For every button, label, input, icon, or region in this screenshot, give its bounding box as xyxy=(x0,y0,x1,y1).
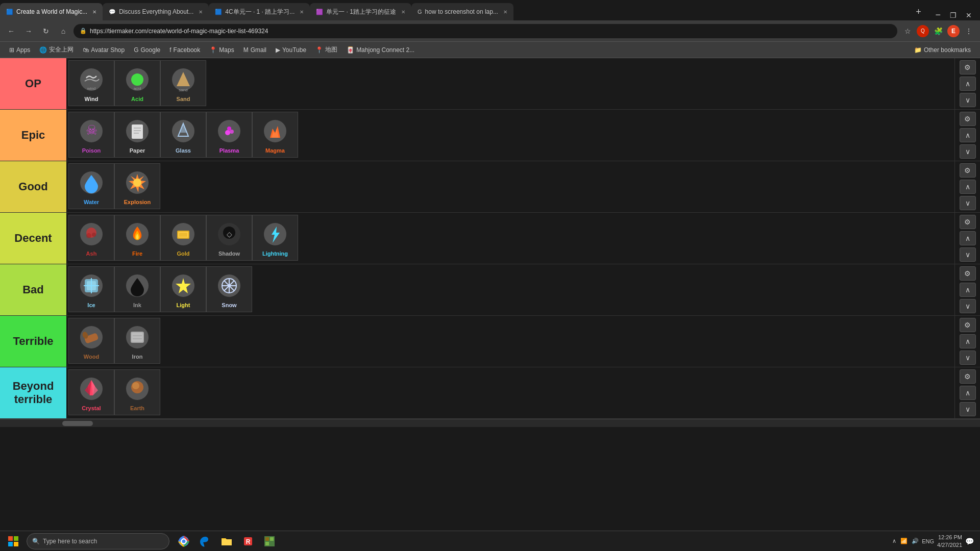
item-light[interactable]: Light xyxy=(160,266,206,312)
bookmark-4[interactable]: fFacebook xyxy=(165,45,204,55)
item-ash[interactable]: Ash xyxy=(68,215,114,261)
item-fire[interactable]: Fire xyxy=(114,215,160,261)
horizontal-scrollbar[interactable] xyxy=(0,419,980,427)
home-button[interactable]: ⌂ xyxy=(56,24,70,38)
item-glass[interactable]: Glass xyxy=(160,112,206,158)
tier-label-op: OP xyxy=(0,58,66,109)
lightning-label: Lightning xyxy=(262,251,288,257)
ink-label: Ink xyxy=(133,302,141,308)
other-bookmarks[interactable]: 📁 Other bookmarks xyxy=(910,45,975,55)
down-button-good[interactable]: ∨ xyxy=(960,196,976,210)
tab-t4[interactable]: 🟪单元一 · 1踏上学习的征途✕ xyxy=(310,3,411,20)
up-button-epic[interactable]: ∧ xyxy=(960,128,976,142)
ash-icon xyxy=(76,219,107,249)
tab-t5[interactable]: Ghow to screenshot on lap...✕ xyxy=(411,3,513,20)
tier-controls-bad: ⚙ ∧ ∨ xyxy=(954,264,980,315)
roblox-taskbar-icon[interactable]: R xyxy=(238,532,258,550)
minimize-button[interactable]: − xyxy=(932,10,944,20)
item-poison[interactable]: ☠ Poison xyxy=(68,112,114,158)
profile-avatar[interactable]: E xyxy=(947,25,960,37)
clock[interactable]: 12:26 PM 4/27/2021 xyxy=(937,534,962,548)
down-button-beyond[interactable]: ∨ xyxy=(960,402,976,416)
item-iron[interactable]: Iron xyxy=(114,318,160,364)
item-acid[interactable]: acid Acid xyxy=(114,60,160,106)
new-tab-button[interactable]: + xyxy=(910,3,927,20)
item-plasma[interactable]: Plasma xyxy=(206,112,252,158)
start-button[interactable] xyxy=(2,532,24,550)
network-icon[interactable]: 📶 xyxy=(900,538,908,544)
explosion-icon xyxy=(122,167,153,198)
down-button-epic[interactable]: ∨ xyxy=(960,144,976,159)
bookmark-5[interactable]: 📍Maps xyxy=(205,45,238,55)
item-shadow[interactable]: ◇ Shadow xyxy=(206,215,252,261)
gear-button-bad[interactable]: ⚙ xyxy=(960,266,976,281)
search-bar[interactable]: 🔍 Type here to search xyxy=(27,533,169,549)
up-button-op[interactable]: ∧ xyxy=(960,77,976,91)
address-bar[interactable]: 🔒 https://tiermaker.com/create/world-of-… xyxy=(74,24,897,38)
bookmark-1[interactable]: 🌐安全上网 xyxy=(35,44,78,55)
item-wood[interactable]: Wood xyxy=(68,318,114,364)
item-ice[interactable]: Ice xyxy=(68,266,114,312)
item-ink[interactable]: Ink xyxy=(114,266,160,312)
ravbull-icon[interactable]: Q xyxy=(917,25,929,37)
up-button-bad[interactable]: ∧ xyxy=(960,283,976,297)
crystal-icon xyxy=(76,373,107,404)
up-button-beyond[interactable]: ∧ xyxy=(960,386,976,400)
down-button-decent[interactable]: ∨ xyxy=(960,247,976,262)
down-button-op[interactable]: ∨ xyxy=(960,93,976,107)
item-paper[interactable]: Paper xyxy=(114,112,160,158)
item-gold[interactable]: Gold xyxy=(160,215,206,261)
menu-icon[interactable]: ⋮ xyxy=(962,24,976,38)
up-button-terrible[interactable]: ∧ xyxy=(960,334,976,348)
down-button-terrible[interactable]: ∨ xyxy=(960,350,976,365)
item-magma[interactable]: Magma xyxy=(252,112,298,158)
gear-button-beyond[interactable]: ⚙ xyxy=(960,369,976,384)
tab-t1[interactable]: 🟦Create a World of Magic...✕ xyxy=(0,3,103,20)
extensions-icon[interactable]: 🧩 xyxy=(931,24,945,38)
bookmark-7[interactable]: ▶YouTube xyxy=(272,45,310,55)
maximize-button[interactable]: ❐ xyxy=(947,11,960,19)
up-button-decent[interactable]: ∧ xyxy=(960,231,976,245)
iron-icon xyxy=(122,322,153,353)
notification-icon[interactable]: 💬 xyxy=(965,537,974,545)
down-button-bad[interactable]: ∨ xyxy=(960,299,976,313)
item-sand[interactable]: sand Sand xyxy=(160,60,206,106)
item-lightning[interactable]: Lightning xyxy=(252,215,298,261)
close-button[interactable]: ✕ xyxy=(963,11,975,19)
explorer-taskbar-icon[interactable] xyxy=(216,532,237,550)
item-explosion[interactable]: Explosion xyxy=(114,163,160,209)
wind-icon: wind xyxy=(76,64,107,95)
gear-button-op[interactable]: ⚙ xyxy=(960,60,976,74)
bookmark-0[interactable]: ⊞Apps xyxy=(5,45,34,55)
gear-button-terrible[interactable]: ⚙ xyxy=(960,318,976,332)
gear-button-decent[interactable]: ⚙ xyxy=(960,215,976,229)
item-earth[interactable]: Earth xyxy=(114,369,160,415)
edge-taskbar-icon[interactable] xyxy=(195,532,215,550)
language-indicator[interactable]: ENG xyxy=(922,538,934,544)
bookmark-6[interactable]: MGmail xyxy=(239,45,271,55)
chevron-up-icon[interactable]: ∧ xyxy=(892,538,896,544)
item-snow[interactable]: Snow xyxy=(206,266,252,312)
bookmark-star-icon[interactable]: ☆ xyxy=(900,24,915,38)
up-button-good[interactable]: ∧ xyxy=(960,180,976,194)
refresh-button[interactable]: ↻ xyxy=(39,24,53,38)
gear-button-good[interactable]: ⚙ xyxy=(960,163,976,178)
volume-icon[interactable]: 🔊 xyxy=(912,538,919,544)
item-crystal[interactable]: Crystal xyxy=(68,369,114,415)
forward-button[interactable]: → xyxy=(21,24,36,38)
minecraft-taskbar-icon[interactable] xyxy=(259,532,280,550)
bookmark-8[interactable]: 📍地图 xyxy=(311,44,341,55)
bookmark-2[interactable]: 🛍Avatar Shop xyxy=(79,45,129,55)
chrome-taskbar-icon[interactable] xyxy=(174,532,194,550)
item-water[interactable]: Water xyxy=(68,163,114,209)
tier-label-decent: Decent xyxy=(0,213,66,264)
bookmark-9[interactable]: 🀄Mahjong Connect 2... xyxy=(342,45,419,55)
back-button[interactable]: ← xyxy=(4,24,18,38)
tab-t3[interactable]: 🟦4C单元一 · 1 · 踏上学习...✕ xyxy=(209,3,310,20)
bookmark-3[interactable]: GGoogle xyxy=(130,45,164,55)
gear-button-epic[interactable]: ⚙ xyxy=(960,112,976,126)
tab-t2[interactable]: 💬Discuss Everything About...✕ xyxy=(103,3,209,20)
item-wind[interactable]: wind Wind xyxy=(68,60,114,106)
tier-label-terrible: Terrible xyxy=(0,316,66,367)
taskbar-right: ∧ 📶 🔊 ENG 12:26 PM 4/27/2021 💬 xyxy=(892,534,978,548)
